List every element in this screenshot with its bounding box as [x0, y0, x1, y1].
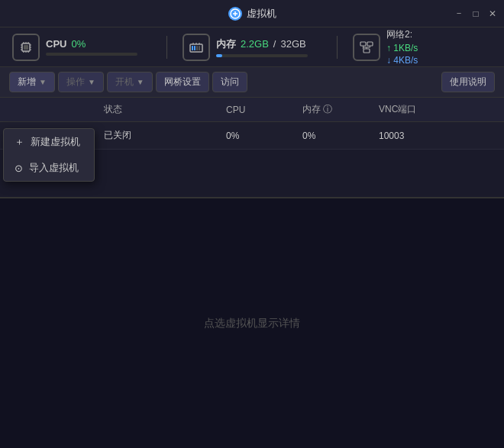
close-button[interactable]: ✕	[487, 8, 498, 19]
td-memory: 0%	[296, 131, 373, 141]
cpu-bar	[46, 53, 137, 56]
svg-rect-23	[360, 42, 366, 46]
detail-panel: 点选虚拟机显示详情	[0, 197, 504, 448]
toolbar: 新增 ▼ 操作 ▼ 开机 ▼ 网桥设置 访问 使用说明	[0, 67, 504, 98]
new-vm-label: 新建虚拟机	[31, 135, 80, 149]
svg-rect-24	[367, 42, 373, 46]
svg-rect-19	[199, 46, 200, 50]
maximize-button[interactable]: □	[470, 8, 481, 19]
th-memory: 内存 ⓘ	[296, 103, 373, 116]
power-label: 开机	[115, 76, 134, 89]
ops-button[interactable]: 操作 ▼	[58, 72, 104, 92]
th-status: 状态	[98, 103, 220, 116]
stats-bar: CPU 0% 内存 2.2GB	[0, 27, 504, 67]
app-icon	[228, 7, 242, 21]
svg-rect-25	[363, 49, 370, 53]
help-button[interactable]: 使用说明	[441, 72, 495, 92]
network-stat: 网络2: ↑ 1KB/s ↓ 4KB/s	[353, 28, 492, 66]
minimize-button[interactable]: －	[454, 8, 464, 19]
access-label: 访问	[221, 76, 239, 89]
memory-icon	[183, 34, 210, 61]
network-icon	[353, 34, 380, 61]
app-title: 虚拟机	[247, 7, 276, 21]
help-label: 使用说明	[450, 76, 486, 87]
cpu-stat-content: CPU 0%	[46, 38, 151, 56]
network-stat-content: 网络2: ↑ 1KB/s ↓ 4KB/s	[386, 28, 418, 66]
network-download: ↓ 4KB/s	[386, 55, 418, 66]
svg-rect-16	[192, 46, 193, 50]
memory-used: 2.2GB	[241, 38, 269, 50]
import-vm-item[interactable]: ⊙ 导入虚拟机	[4, 155, 94, 181]
add-button[interactable]: 新增 ▼	[9, 72, 55, 92]
new-vm-icon: ＋	[15, 135, 24, 149]
svg-rect-17	[194, 46, 195, 50]
import-vm-label: 导入虚拟机	[29, 161, 79, 175]
svg-rect-2	[24, 45, 28, 50]
network-label: 网络2:	[386, 28, 418, 41]
svg-rect-18	[196, 46, 198, 50]
power-button[interactable]: 开机 ▼	[107, 72, 153, 92]
titlebar-title: 虚拟机	[228, 7, 276, 21]
cpu-value: 0%	[71, 38, 86, 50]
divider-1	[166, 36, 167, 59]
access-button[interactable]: 访问	[212, 72, 247, 92]
cpu-icon	[12, 34, 40, 61]
th-vnc: VNC端口	[373, 103, 487, 116]
td-status: 已关闭	[98, 129, 220, 142]
cpu-stat: CPU 0%	[12, 34, 151, 61]
memory-bar-fill	[216, 54, 222, 57]
new-vm-item[interactable]: ＋ 新建虚拟机	[4, 129, 94, 155]
divider-2	[337, 36, 338, 59]
add-arrow: ▼	[39, 78, 47, 86]
table-header: 状态 CPU 内存 ⓘ VNC端口	[0, 98, 504, 122]
memory-bar	[216, 54, 308, 57]
memory-total: 32GB	[280, 38, 305, 50]
memory-sep: /	[273, 38, 276, 50]
bridge-button[interactable]: 网桥设置	[156, 72, 209, 92]
memory-stat: 内存 2.2GB / 32GB	[183, 34, 321, 61]
td-cpu: 0%	[220, 131, 296, 141]
window-controls[interactable]: － □ ✕	[454, 8, 498, 19]
detail-placeholder: 点选虚拟机显示详情	[204, 317, 300, 330]
add-label: 新增	[18, 76, 36, 89]
ops-label: 操作	[66, 76, 85, 89]
titlebar: 虚拟机 － □ ✕	[0, 0, 504, 27]
memory-stat-content: 内存 2.2GB / 32GB	[216, 37, 321, 57]
memory-label: 内存	[216, 37, 236, 51]
cpu-label: CPU	[46, 38, 66, 50]
th-cpu: CPU	[220, 105, 296, 115]
ops-arrow: ▼	[88, 78, 95, 86]
table-area: 状态 CPU 内存 ⓘ VNC端口 已关闭 0% 0% 10003 ＋ 新建虚拟…	[0, 98, 504, 197]
network-upload: ↑ 1KB/s	[386, 43, 418, 53]
bridge-label: 网桥设置	[164, 76, 201, 89]
main-content: 状态 CPU 内存 ⓘ VNC端口 已关闭 0% 0% 10003 ＋ 新建虚拟…	[0, 98, 504, 448]
power-arrow: ▼	[137, 78, 144, 86]
td-vnc: 10003	[373, 131, 487, 141]
import-vm-icon: ⊙	[15, 163, 23, 174]
dropdown-menu: ＋ 新建虚拟机 ⊙ 导入虚拟机	[3, 128, 95, 182]
